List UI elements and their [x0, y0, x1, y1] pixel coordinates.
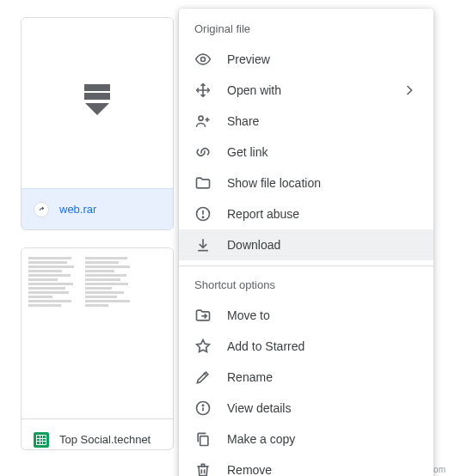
- copy-icon: [194, 430, 212, 448]
- menu-label: Rename: [227, 370, 418, 384]
- svg-point-3: [202, 217, 203, 217]
- menu-get-link[interactable]: Get link: [179, 137, 434, 168]
- menu-label: View details: [227, 401, 418, 415]
- menu-show-file-location[interactable]: Show file location: [179, 168, 434, 198]
- menu-preview[interactable]: Preview: [179, 44, 434, 75]
- menu-label: Share: [227, 114, 418, 128]
- svg-point-1: [199, 116, 203, 120]
- menu-label: Add to Starred: [227, 339, 418, 353]
- file-card-footer: web.rar: [22, 188, 173, 229]
- file-card-topsocial[interactable]: Top Social.technet: [21, 247, 174, 450]
- shortcut-icon: [32, 200, 51, 219]
- menu-label: Download: [227, 238, 418, 252]
- menu-add-to-starred[interactable]: Add to Starred: [179, 331, 434, 362]
- chevron-right-icon: [401, 82, 418, 99]
- file-name: Top Social.technet: [59, 433, 151, 446]
- report-icon: [194, 205, 212, 223]
- menu-label: Get link: [227, 145, 418, 159]
- menu-remove[interactable]: Remove: [179, 455, 434, 476]
- file-name: web.rar: [59, 203, 96, 216]
- info-icon: [194, 400, 212, 417]
- open-with-icon: [194, 82, 212, 99]
- menu-label: Move to: [227, 308, 418, 322]
- menu-move-to[interactable]: Move to: [179, 300, 434, 331]
- menu-report-abuse[interactable]: Report abuse: [179, 198, 434, 229]
- menu-label: Make a copy: [227, 432, 418, 446]
- menu-make-a-copy[interactable]: Make a copy: [179, 424, 434, 455]
- file-card-webrar[interactable]: web.rar: [21, 17, 174, 230]
- context-menu: Original file Preview Open with Share: [179, 9, 434, 476]
- menu-rename[interactable]: Rename: [179, 362, 434, 393]
- menu-label: Remove: [227, 463, 418, 476]
- rename-icon: [194, 369, 212, 386]
- trash-icon: [194, 461, 212, 476]
- svg-point-5: [202, 405, 203, 406]
- archive-icon: [78, 84, 116, 122]
- file-card-footer: Top Social.technet: [22, 418, 173, 450]
- star-icon: [194, 338, 212, 355]
- link-icon: [194, 143, 212, 161]
- menu-label: Preview: [227, 52, 418, 66]
- folder-icon: [194, 174, 212, 192]
- menu-view-details[interactable]: View details: [179, 393, 434, 424]
- svg-rect-6: [200, 436, 208, 446]
- menu-open-with[interactable]: Open with: [179, 75, 434, 106]
- divider: [179, 265, 434, 266]
- file-thumbnail: [22, 248, 173, 418]
- menu-label: Show file location: [227, 176, 418, 190]
- download-icon: [194, 236, 212, 253]
- menu-label: Open with: [227, 83, 385, 97]
- drive-file-grid: web.rar: [0, 0, 449, 476]
- svg-point-0: [201, 58, 206, 62]
- eye-icon: [194, 51, 212, 68]
- file-thumbnail: [22, 18, 173, 188]
- sheets-icon: [32, 430, 51, 449]
- menu-share[interactable]: Share: [179, 106, 434, 137]
- menu-download[interactable]: Download: [179, 229, 434, 260]
- menu-label: Report abuse: [227, 207, 418, 221]
- share-person-icon: [194, 113, 212, 130]
- move-to-icon: [194, 307, 212, 324]
- section-label-shortcut-options: Shortcut options: [179, 272, 434, 300]
- section-label-original-file: Original file: [179, 15, 434, 44]
